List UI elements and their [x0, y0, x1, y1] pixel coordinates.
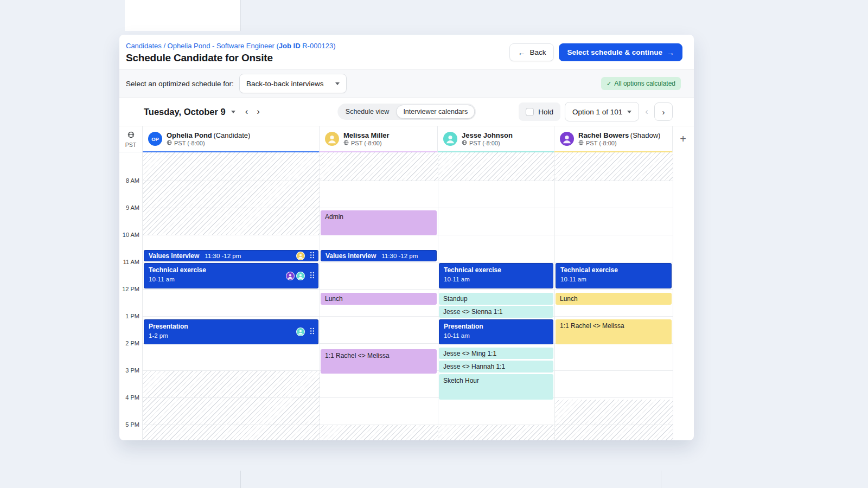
- event-attendees: [296, 252, 305, 260]
- hour-gridline: [143, 425, 673, 425]
- hour-gridline: [143, 181, 673, 181]
- timezone-label: PST: [125, 142, 136, 148]
- calendar-event[interactable]: Jesse <> Hannah 1:1: [439, 361, 553, 373]
- calendar-event[interactable]: 1:1 Rachel <> Melissa: [556, 319, 672, 344]
- previous-day-button[interactable]: ‹: [245, 106, 248, 117]
- calendar-column-header[interactable]: Jesse JohnsonPST (-8:00): [438, 126, 554, 152]
- avatar: OP: [148, 132, 162, 146]
- calendar-column-header[interactable]: Melissa MillerPST (-8:00): [320, 126, 438, 152]
- hour-label: 9 AM: [119, 204, 139, 211]
- event-title: Values interview: [149, 252, 199, 260]
- interviewer-name: Ophelia Pond (Candidate): [167, 131, 250, 139]
- event-title: Technical exercise: [149, 266, 206, 274]
- drag-handle-icon[interactable]: [310, 328, 315, 336]
- attendee-avatar: [296, 272, 305, 280]
- unavailable-time-block: [438, 152, 554, 181]
- drag-handle-icon[interactable]: [310, 252, 315, 260]
- date-nav: ‹ ›: [245, 106, 260, 117]
- event-title: 1:1 Rachel <> Melissa: [325, 352, 390, 359]
- tab-interviewer-calendars[interactable]: Interviewer calendars: [396, 105, 475, 119]
- hour-label: 8 AM: [119, 177, 139, 184]
- column-separator: [673, 152, 673, 440]
- calendar-event[interactable]: Jesse <> Ming 1:1: [439, 348, 553, 359]
- breadcrumb-job-id-value: R-000123): [301, 42, 336, 50]
- breadcrumb-text: Candidates / Ophelia Pond - Software Eng…: [126, 42, 279, 50]
- event-title: Presentation: [149, 323, 188, 330]
- event-title: Technical exercise: [560, 266, 618, 274]
- hold-checkbox[interactable]: [526, 108, 534, 116]
- next-option-button[interactable]: ›: [654, 102, 673, 121]
- background-artifact: [125, 0, 241, 31]
- calendar-event[interactable]: Technical exercise10-11 am: [439, 263, 553, 288]
- event-title: Lunch: [560, 295, 578, 303]
- calendar-event[interactable]: Lunch: [321, 293, 437, 305]
- unavailable-time-block: [320, 152, 438, 181]
- calendar-event[interactable]: Values interview11:30 -12 pm: [144, 250, 318, 261]
- hold-toggle[interactable]: Hold: [519, 102, 560, 121]
- date-selector[interactable]: Tuesday, October 9: [144, 107, 235, 117]
- calendar-event[interactable]: Presentation1-2 pm: [144, 319, 318, 344]
- calendar-event[interactable]: Technical exercise10-11 am: [556, 263, 672, 288]
- calendar-column-header[interactable]: OPOphelia Pond (Candidate)PST (-8:00): [143, 126, 320, 152]
- unavailable-time-block: [143, 370, 320, 440]
- event-attendees: [286, 272, 305, 280]
- optimize-options-bar: Select an optimized schedule for: Back-t…: [119, 69, 694, 98]
- unavailable-time-block: [438, 425, 554, 440]
- hour-label: 10 AM: [119, 232, 139, 238]
- globe-icon: [462, 140, 467, 146]
- options-calculated-badge: ✓ All options calculated: [601, 77, 681, 90]
- page-title: Schedule Candidate for Onsite: [126, 52, 336, 64]
- avatar: [325, 132, 339, 146]
- event-title: Standup: [443, 295, 468, 303]
- event-time: 1-2 pm: [149, 332, 314, 339]
- next-day-button[interactable]: ›: [257, 106, 260, 117]
- calendar-event[interactable]: Sketch Hour: [439, 374, 553, 400]
- breadcrumb[interactable]: Candidates / Ophelia Pond - Software Eng…: [126, 42, 336, 50]
- unavailable-time-block: [555, 400, 673, 440]
- event-title: Lunch: [325, 295, 343, 303]
- previous-option-button[interactable]: ‹: [643, 106, 650, 117]
- calendar-event[interactable]: 1:1 Rachel <> Melissa: [321, 349, 437, 374]
- person-icon: [297, 253, 304, 259]
- event-title: Technical exercise: [444, 266, 501, 274]
- calendar-event[interactable]: Technical exercise10-11 am: [144, 263, 318, 288]
- drag-handle-icon[interactable]: [310, 272, 315, 280]
- back-button[interactable]: ← Back: [509, 43, 554, 61]
- date-label: Tuesday, October 9: [144, 107, 226, 117]
- event-time: 11:30 -12 pm: [205, 253, 241, 259]
- avatar: [443, 132, 457, 146]
- hour-label: 4 PM: [119, 394, 139, 401]
- calendar-toolbar: Tuesday, October 9 ‹ › Schedule view Int…: [119, 98, 694, 126]
- select-schedule-continue-button[interactable]: Select schedule & continue →: [559, 43, 682, 61]
- column-separator: [554, 152, 555, 440]
- calendar-header-row: PST OPOphelia Pond (Candidate)PST (-8:00…: [119, 126, 694, 152]
- schedule-type-value: Back-to-back interviews: [246, 80, 324, 88]
- event-time: 10-11 am: [444, 332, 548, 339]
- background-artifact: [240, 471, 241, 488]
- calendar-event[interactable]: Presentation10-11 am: [439, 319, 553, 344]
- hour-label: 2 PM: [119, 340, 139, 346]
- schedule-candidate-modal: Candidates / Ophelia Pond - Software Eng…: [119, 35, 694, 440]
- calendar-event[interactable]: Jesse <> Sienna 1:1: [439, 306, 553, 318]
- option-selector[interactable]: Option 1 of 101: [565, 102, 639, 121]
- header-actions: ← Back Select schedule & continue →: [509, 43, 682, 61]
- calendar-event[interactable]: Values interview11:30 -12 pm: [321, 250, 437, 261]
- tab-schedule-view[interactable]: Schedule view: [339, 105, 397, 119]
- column-meta: Jesse JohnsonPST (-8:00): [462, 131, 513, 146]
- event-time: 10-11 am: [560, 275, 667, 283]
- person-icon: [297, 329, 304, 335]
- calendar-column-header[interactable]: Rachel Bowers (Shadow)PST (-8:00): [554, 126, 673, 152]
- option-selector-label: Option 1 of 101: [572, 108, 622, 116]
- event-time: 11:30 -12 pm: [381, 253, 418, 259]
- calendar-event[interactable]: Standup: [439, 293, 553, 305]
- event-title: Jesse <> Hannah 1:1: [443, 363, 505, 370]
- hour-gridline: [143, 208, 673, 208]
- calendar-event[interactable]: Admin: [321, 210, 437, 235]
- add-calendar-button[interactable]: +: [680, 133, 686, 144]
- schedule-type-dropdown[interactable]: Back-to-back interviews: [239, 74, 347, 93]
- column-timezone: PST (-8:00): [167, 140, 250, 146]
- attendee-avatar: [296, 328, 305, 336]
- hour-gridline: [143, 316, 673, 317]
- unavailable-time-block: [320, 425, 438, 440]
- calendar-event[interactable]: Lunch: [556, 293, 672, 305]
